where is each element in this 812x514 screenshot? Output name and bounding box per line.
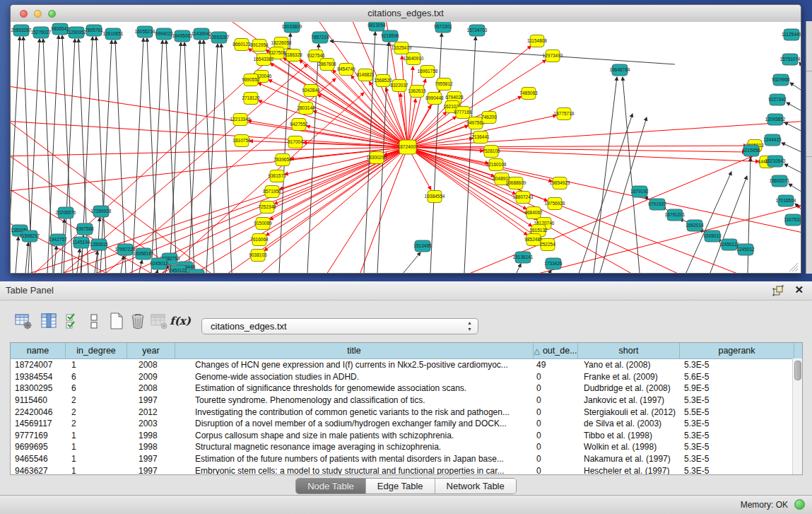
- graph-node[interactable]: 6791920: [648, 199, 666, 210]
- graph-node[interactable]: 16958187: [134, 248, 154, 259]
- graph-node[interactable]: 8215958: [742, 145, 760, 156]
- graph-node[interactable]: 13640910: [404, 53, 424, 65]
- select-all-icon[interactable]: [62, 310, 83, 332]
- graph-node[interactable]: 9361573: [268, 170, 286, 182]
- graph-node[interactable]: 20381591: [187, 269, 207, 273]
- graph-node[interactable]: 1942757: [49, 234, 67, 245]
- graph-node[interactable]: 20553287: [11, 25, 32, 36]
- graph-node[interactable]: 17957225: [115, 244, 136, 255]
- graph-node[interactable]: 8813054: [367, 22, 386, 31]
- graph-node[interactable]: 15724703: [467, 25, 488, 36]
- graph-node[interactable]: 9146821: [356, 69, 375, 81]
- graph-node[interactable]: 7252348: [258, 201, 276, 214]
- graph-node[interactable]: 12160108: [486, 159, 507, 171]
- graph-node[interactable]: 1568520: [374, 75, 392, 87]
- tab-network-table[interactable]: Network Table: [435, 479, 516, 493]
- table-row[interactable]: 911546021997Tourette syndrome. Phenomeno…: [11, 395, 802, 407]
- network-canvas[interactable]: 8660123891295418226058932750881863289327…: [11, 22, 801, 273]
- graph-node[interactable]: 917004: [288, 136, 303, 148]
- graph-node[interactable]: 7616064: [250, 234, 269, 246]
- network-window-titlebar[interactable]: citations_edges.txt: [11, 5, 801, 23]
- graph-node[interactable]: 1362615: [408, 86, 426, 98]
- graph-node[interactable]: 8454749: [337, 64, 355, 76]
- graph-node[interactable]: 2136441: [471, 132, 490, 144]
- delete-icon[interactable]: [127, 310, 148, 332]
- graph-node[interactable]: 10688609: [506, 177, 526, 189]
- graph-node[interactable]: 8322037: [390, 80, 408, 92]
- column-select-icon[interactable]: [38, 310, 59, 332]
- table-row[interactable]: 946554611997Estimation of the future num…: [11, 453, 802, 465]
- column-header-out_de[interactable]: △out_de...: [534, 343, 578, 358]
- table-row[interactable]: 977716911998Corpus callosum shape and si…: [11, 430, 802, 442]
- graph-node[interactable]: 12610651: [103, 28, 124, 40]
- graph-node[interactable]: 7955812: [435, 78, 453, 90]
- scrollbar-thumb[interactable]: [794, 361, 801, 380]
- graph-node[interactable]: 7895761: [85, 25, 103, 36]
- table-row[interactable]: 1938455462009Genome-wide association stu…: [11, 371, 802, 383]
- graph-node[interactable]: 15751074: [780, 54, 801, 65]
- graph-node[interactable]: 9227342: [768, 94, 787, 105]
- graph-node[interactable]: 9572301: [434, 22, 452, 33]
- table-row[interactable]: 1456911722003Disruption of a novel membe…: [11, 418, 802, 430]
- graph-node[interactable]: 15136141: [513, 252, 534, 263]
- graph-node[interactable]: 1167533: [784, 214, 801, 226]
- graph-node[interactable]: 9777169: [454, 107, 472, 119]
- graph-node[interactable]: 1810754: [233, 135, 251, 147]
- graph-node[interactable]: 9038103: [249, 250, 267, 262]
- graph-node[interactable]: 2867608: [318, 59, 336, 71]
- graph-node[interactable]: 2718120: [242, 93, 260, 105]
- graph-node[interactable]: 746200: [481, 112, 497, 124]
- graph-node[interactable]: 9245012: [150, 258, 168, 269]
- graph-node[interactable]: 8571950: [263, 186, 281, 198]
- table-selector-dropdown[interactable]: citations_edges.txt ▲▼: [201, 318, 478, 334]
- tab-node-table[interactable]: Node Table: [296, 479, 366, 493]
- table-vertical-scrollbar[interactable]: [792, 358, 802, 474]
- graph-node[interactable]: 2450122: [169, 265, 187, 273]
- graph-node[interactable]: 7528105: [482, 146, 500, 158]
- close-panel-icon[interactable]: ✕: [794, 284, 804, 296]
- graph-node[interactable]: 1733426: [544, 258, 563, 269]
- graph-node[interactable]: 9218596: [381, 30, 399, 42]
- graph-node[interactable]: 9242844: [302, 85, 320, 97]
- column-header-year[interactable]: year: [127, 343, 175, 358]
- function-builder-icon[interactable]: f(x): [170, 310, 191, 332]
- column-header-name[interactable]: name: [11, 343, 66, 358]
- graph-node[interactable]: 9994022: [155, 28, 173, 40]
- graph-node[interactable]: 16055234: [135, 26, 155, 37]
- graph-node[interactable]: 1145194: [73, 237, 90, 248]
- graph-node[interactable]: 11280952: [66, 27, 87, 38]
- graph-node[interactable]: 18724007: [398, 140, 418, 154]
- column-header-pagerank[interactable]: pagerank: [680, 343, 794, 358]
- table-row[interactable]: 1872400712008Changes of HCN gene express…: [11, 359, 802, 371]
- float-panel-icon[interactable]: [772, 285, 784, 296]
- column-header-title[interactable]: title: [175, 343, 534, 358]
- graph-node[interactable]: 15276027: [31, 27, 52, 38]
- graph-node[interactable]: 11154808: [527, 35, 547, 47]
- graph-node[interactable]: 12973493: [543, 50, 563, 62]
- graph-node[interactable]: 7485083: [519, 88, 538, 100]
- graph-node[interactable]: 16961758: [418, 66, 438, 78]
- graph-node[interactable]: 16210643: [765, 156, 786, 167]
- graph-node[interactable]: 18807243: [513, 192, 534, 204]
- graph-node[interactable]: 9397588: [76, 223, 94, 235]
- graph-node[interactable]: 15692071: [770, 175, 790, 187]
- tab-edge-table[interactable]: Edge Table: [366, 479, 435, 493]
- graph-node[interactable]: 7839654: [273, 154, 292, 166]
- table-settings-icon[interactable]: [13, 310, 34, 332]
- table-row[interactable]: 2242004622012Investigating the contribut…: [11, 406, 802, 418]
- graph-node[interactable]: 12093852: [765, 114, 786, 125]
- graph-node[interactable]: 8990448: [425, 93, 444, 105]
- graph-node[interactable]: 11125449: [782, 29, 801, 40]
- graph-node[interactable]: 20206576: [56, 207, 76, 218]
- graph-node[interactable]: 9150089: [254, 218, 272, 230]
- graph-node[interactable]: 16791201: [665, 209, 686, 221]
- column-header-in_degree[interactable]: in_degree: [66, 343, 127, 358]
- graph-node[interactable]: 252254: [540, 239, 555, 251]
- graph-node[interactable]: 8186328: [284, 49, 302, 62]
- graph-node[interactable]: 18495061: [172, 30, 193, 42]
- graph-node[interactable]: 18775718: [554, 108, 575, 120]
- graph-node[interactable]: 9684067: [524, 207, 543, 219]
- table-row[interactable]: 969969511998Structural magnetic resonanc…: [11, 441, 802, 453]
- graph-node[interactable]: 1513495: [413, 240, 432, 252]
- graph-node[interactable]: 17359928: [91, 206, 112, 217]
